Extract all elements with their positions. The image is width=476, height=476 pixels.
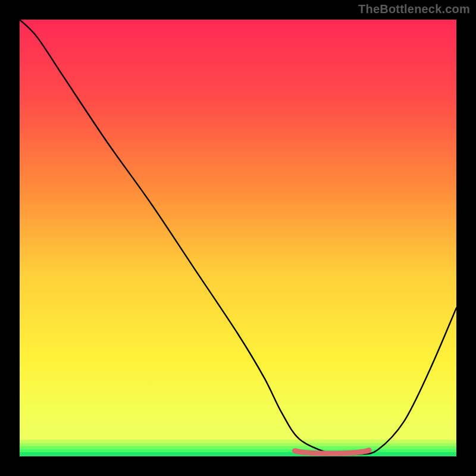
chart-frame: TheBottleneck.com (0, 0, 476, 476)
svg-rect-1 (20, 443, 456, 446)
green-bottom-bands (20, 440, 456, 456)
plot-area (20, 20, 456, 456)
bottleneck-chart (20, 20, 456, 456)
svg-rect-0 (20, 440, 456, 443)
watermark-text: TheBottleneck.com (358, 2, 470, 16)
svg-rect-2 (20, 446, 456, 449)
svg-rect-4 (20, 452, 456, 456)
gradient-background (20, 20, 456, 456)
svg-rect-3 (20, 449, 456, 452)
